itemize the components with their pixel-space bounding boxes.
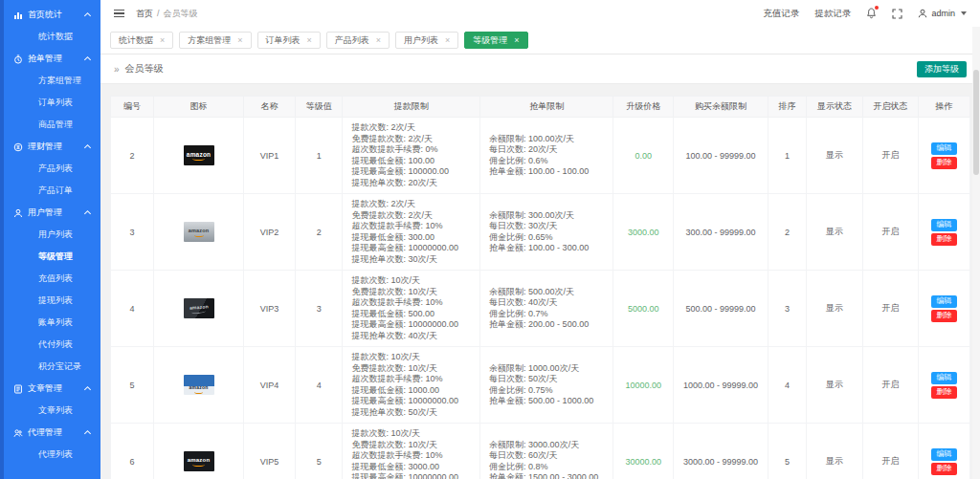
limit-line: 提现抢单次数: 40次/天 <box>351 331 479 342</box>
admin-name: admin <box>931 9 955 18</box>
column-header: 名称 <box>244 97 296 118</box>
recharge-records-link[interactable]: 充值记录 <box>763 8 799 20</box>
tab-用户列表[interactable]: 用户列表× <box>395 32 458 49</box>
scrollbar-thumb[interactable] <box>973 70 979 175</box>
cell-display-status: 显示 <box>807 271 862 347</box>
limit-line: 余额限制: 300.00次/天 <box>489 210 612 222</box>
bell-icon[interactable] <box>866 8 877 19</box>
sidebar-item-产品订单[interactable]: 产品订单 <box>0 180 100 202</box>
close-icon[interactable]: × <box>160 35 165 45</box>
sidebar-item-充值列表[interactable]: 充值列表 <box>0 268 100 290</box>
cell-sort: 2 <box>768 194 806 271</box>
sidebar-item-产品列表[interactable]: 产品列表 <box>0 158 100 180</box>
sidebar-group-0[interactable]: 首页统计 <box>0 4 100 26</box>
sidebar-item-统计数据[interactable]: 统计数据 <box>0 26 100 48</box>
sidebar-group-2[interactable]: 理财管理 <box>0 136 100 158</box>
close-icon[interactable]: × <box>445 35 450 45</box>
limit-line: 每日次数: 20次/天 <box>489 144 612 156</box>
admin-menu[interactable]: admin <box>918 9 967 18</box>
close-icon[interactable]: × <box>237 35 242 45</box>
delete-button[interactable]: 删除 <box>931 310 957 322</box>
limit-line: 余额限制: 3000.00次/天 <box>489 440 612 451</box>
main-area: 首页 / 会员等级 充值记录 提款记录 admin 统计数据×方案组管理×订单列… <box>100 0 980 479</box>
sidebar-item-用户列表[interactable]: 用户列表 <box>0 224 100 246</box>
cell-actions: 编辑删除 <box>919 347 970 424</box>
column-header: 编号 <box>111 97 154 118</box>
tab-label: 等级管理 <box>473 34 507 47</box>
column-header: 购买余额限制 <box>674 97 768 118</box>
delete-button[interactable]: 删除 <box>931 386 957 399</box>
delete-button[interactable]: 删除 <box>931 233 957 246</box>
limit-line: 提现最低金额: 500.00 <box>351 309 479 320</box>
levels-table-card: 编号图标名称等级值提款限制抢单限制升级价格购买余额限制排序显示状态开启状态操作 … <box>110 96 970 479</box>
edit-button[interactable]: 编辑 <box>931 372 957 384</box>
sidebar-group-5[interactable]: 代理管理 <box>0 422 100 444</box>
amazon-logo-dark: amazon <box>184 145 214 165</box>
table-row: 4amazonVIP33提款次数: 10次/天免费提款次数: 10次/天超次数提… <box>111 271 970 347</box>
delete-button[interactable]: 删除 <box>931 157 957 169</box>
cell-icon: amazon <box>153 118 243 194</box>
tab-订单列表[interactable]: 订单列表× <box>257 32 321 49</box>
edit-button[interactable]: 编辑 <box>931 448 957 461</box>
tab-等级管理[interactable]: 等级管理× <box>464 32 527 49</box>
sidebar-group-4[interactable]: 文章管理 <box>0 378 100 400</box>
tab-方案组管理[interactable]: 方案组管理× <box>179 32 251 49</box>
notification-badge <box>875 6 879 10</box>
sidebar-item-积分宝记录[interactable]: 积分宝记录 <box>0 356 100 378</box>
cell-name: VIP1 <box>244 118 296 194</box>
chart-icon <box>12 10 23 20</box>
sidebar-item-订单列表[interactable]: 订单列表 <box>0 92 100 114</box>
limit-line: 每日次数: 30次/天 <box>489 221 612 232</box>
limit-line: 提现最高金额: 10000000.00 <box>351 396 479 407</box>
tab-统计数据[interactable]: 统计数据× <box>110 32 173 49</box>
cell-actions: 编辑删除 <box>919 424 970 479</box>
limit-line: 超次数提款手续费: 10% <box>351 450 479 462</box>
close-icon[interactable]: × <box>307 35 312 45</box>
sidebar-item-提现列表[interactable]: 提现列表 <box>0 290 100 312</box>
vertical-scrollbar[interactable] <box>972 27 980 479</box>
menu-toggle-icon[interactable] <box>114 10 124 18</box>
sidebar-item-商品管理[interactable]: 商品管理 <box>0 114 100 136</box>
amazon-box-photo: amazon <box>184 298 214 318</box>
stopwatch-icon <box>12 54 23 64</box>
sidebar-item-代理列表[interactable]: 代理列表 <box>0 444 100 466</box>
amazon-logo-black: amazon <box>184 451 214 471</box>
close-icon[interactable]: × <box>376 35 381 45</box>
cell-display-status: 显示 <box>807 118 862 194</box>
cell-grab-limits: 余额限制: 100.00次/天每日次数: 20次/天佣金比例: 0.6%抢单金额… <box>480 118 613 194</box>
edit-button[interactable]: 编辑 <box>931 142 957 155</box>
limit-line: 每日次数: 60次/天 <box>489 450 612 462</box>
sidebar-item-文章列表[interactable]: 文章列表 <box>0 400 100 422</box>
sidebar-item-方案组管理[interactable]: 方案组管理 <box>0 70 100 92</box>
cell-grab-limits: 余额限制: 300.00次/天每日次数: 30次/天佣金比例: 0.65%抢单金… <box>480 194 613 271</box>
cell-upgrade-price: 3000.00 <box>613 194 674 271</box>
amazon-smile-arc <box>192 157 205 161</box>
delete-button[interactable]: 删除 <box>931 463 957 475</box>
chevron-up-icon <box>84 210 91 217</box>
tab-产品列表[interactable]: 产品列表× <box>326 32 390 49</box>
fullscreen-icon[interactable] <box>892 9 902 19</box>
cell-enable-status: 开启 <box>862 347 918 424</box>
limit-line: 超次数提款手续费: 10% <box>351 297 479 309</box>
close-icon[interactable]: × <box>514 35 519 45</box>
cell-level: 5 <box>296 424 343 479</box>
limit-line: 提款次数: 2次/天 <box>351 122 479 134</box>
withdraw-records-link[interactable]: 提款记录 <box>814 8 851 20</box>
sidebar-item-账单列表[interactable]: 账单列表 <box>0 312 100 334</box>
cell-enable-status: 开启 <box>862 271 918 347</box>
sidebar-group-3[interactable]: 用户管理 <box>0 202 100 224</box>
edit-button[interactable]: 编辑 <box>931 219 957 231</box>
breadcrumb: 首页 / 会员等级 <box>136 8 198 20</box>
edit-button[interactable]: 编辑 <box>931 295 957 308</box>
article-icon <box>12 383 23 394</box>
sidebar-item-代付列表[interactable]: 代付列表 <box>0 334 100 356</box>
cell-withdraw-limits: 提款次数: 10次/天免费提款次数: 10次/天超次数提款手续费: 10%提现最… <box>343 271 480 347</box>
add-level-button[interactable]: 添加等级 <box>917 61 967 77</box>
breadcrumb-home[interactable]: 首页 <box>136 8 153 20</box>
chevron-up-icon <box>84 56 91 63</box>
sidebar-item-等级管理[interactable]: 等级管理 <box>0 246 100 268</box>
chevron-up-icon <box>84 12 91 19</box>
cell-level: 2 <box>296 194 343 271</box>
cell-id: 2 <box>111 118 154 194</box>
sidebar-group-1[interactable]: 抢单管理 <box>0 48 100 70</box>
